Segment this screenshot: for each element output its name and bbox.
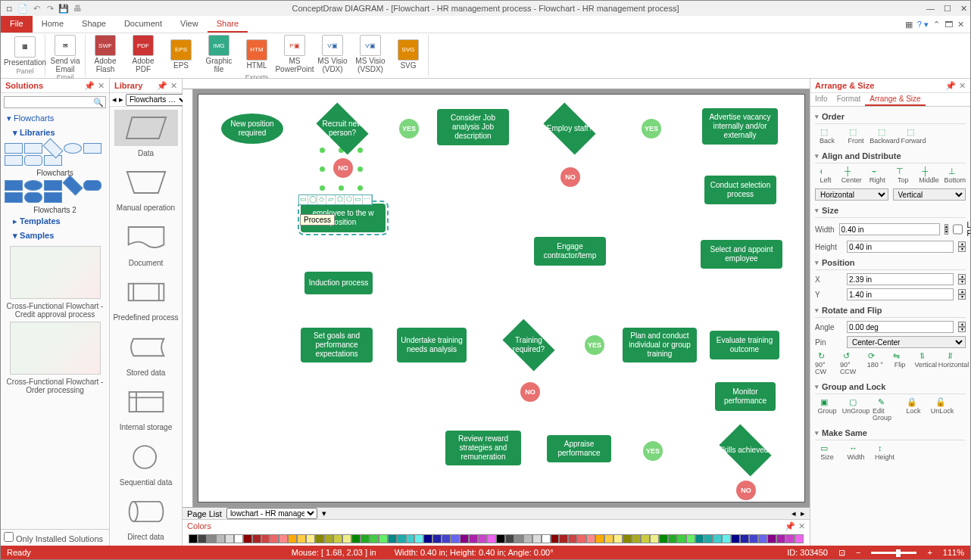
tab-arrange[interactable]: Arrange & Size	[865, 93, 925, 106]
pin-icon[interactable]: 📌	[945, 81, 956, 91]
panel-close-icon[interactable]: ✕	[170, 81, 177, 91]
color-swatch[interactable]	[586, 534, 595, 543]
node-no1[interactable]: NO	[333, 158, 353, 178]
color-swatch[interactable]	[442, 534, 451, 543]
sec-group[interactable]: Group and Lock	[815, 380, 966, 394]
restore-icon[interactable]: 🗖	[944, 20, 953, 29]
color-swatch[interactable]	[333, 534, 342, 543]
color-swatch[interactable]	[216, 534, 225, 543]
only-installed-check[interactable]	[4, 532, 14, 542]
color-swatch[interactable]	[252, 534, 261, 543]
color-swatch[interactable]	[740, 534, 749, 543]
color-swatch[interactable]	[279, 534, 288, 543]
qat-undo-icon[interactable]: ↶	[31, 3, 42, 14]
align-top[interactable]: ⊤Top	[892, 166, 913, 184]
menu-share[interactable]: Share	[208, 16, 248, 33]
tree-templates[interactable]: ▸ Templates	[10, 214, 106, 229]
align-middle[interactable]: ┼Middle	[918, 166, 939, 184]
order-back[interactable]: ⬚Back	[815, 127, 839, 145]
color-swatch[interactable]	[207, 534, 216, 543]
close-doc-icon[interactable]: ✕	[957, 20, 964, 30]
color-swatch[interactable]	[189, 534, 198, 543]
close-icon[interactable]: ✕	[960, 4, 967, 14]
lib-direct-data[interactable]	[114, 494, 178, 530]
qat-save-icon[interactable]: 💾	[58, 3, 69, 14]
color-swatch[interactable]	[496, 534, 505, 543]
group[interactable]: ▣Group	[815, 397, 839, 422]
color-swatch[interactable]	[306, 534, 315, 543]
scroll-right-icon[interactable]: ▸	[801, 509, 805, 518]
unlock[interactable]: 🔓UnLock	[930, 397, 954, 422]
node-n1[interactable]: New position required	[221, 114, 283, 144]
color-swatch[interactable]	[361, 534, 370, 543]
color-swatch[interactable]	[695, 534, 704, 543]
color-swatch[interactable]	[270, 534, 279, 543]
node-no3[interactable]: NO	[520, 382, 540, 402]
align-bottom[interactable]: ⊥Bottom	[944, 166, 966, 184]
order-forward[interactable]: ⬚Forward	[901, 127, 926, 145]
grid-icon[interactable]: ▦	[905, 20, 913, 30]
node-n14[interactable]: Plan and conduct individual or group tra…	[623, 328, 697, 362]
color-swatch[interactable]	[288, 534, 297, 543]
shape-set-2[interactable]	[4, 179, 106, 204]
menu-view[interactable]: View	[171, 16, 208, 33]
sec-order[interactable]: Order	[815, 110, 966, 124]
zoom-out-icon[interactable]: −	[856, 548, 860, 557]
node-n3[interactable]: Consider Job analysis Job description	[437, 109, 509, 145]
node-no4[interactable]: NO	[736, 481, 756, 500]
panel-close-icon[interactable]: ✕	[98, 81, 105, 91]
shape-mini-toolbar[interactable]: ▭◯◇▱⬠⬡▭⋯	[298, 194, 373, 205]
edit-group[interactable]: ✎Edit Group	[873, 397, 897, 422]
maximize-icon[interactable]: ☐	[944, 4, 951, 14]
color-swatch[interactable]	[559, 534, 568, 543]
lib-back-icon[interactable]: ◂	[112, 95, 117, 104]
pin-icon[interactable]: 📌	[157, 81, 167, 91]
node-n9[interactable]: Select and appoint employee	[701, 240, 782, 269]
color-swatch[interactable]	[785, 534, 795, 543]
node-no2[interactable]: NO	[560, 167, 580, 187]
node-n2[interactable]: Recruit new person?	[312, 108, 373, 149]
diagram-canvas[interactable]: New position requiredRecruit new person?…	[198, 94, 805, 502]
zoom-in-icon[interactable]: +	[927, 548, 932, 557]
shape-set-1[interactable]	[4, 142, 106, 166]
zoom-fit-icon[interactable]: ⊡	[838, 548, 845, 558]
color-swatch[interactable]	[297, 534, 306, 543]
angle-input[interactable]	[847, 321, 954, 333]
ungroup[interactable]: ▢UnGroup	[844, 397, 868, 422]
node-n13[interactable]: Training required?	[498, 325, 559, 366]
color-swatch[interactable]	[650, 534, 659, 543]
color-swatch[interactable]	[704, 534, 713, 543]
color-swatch[interactable]	[324, 534, 333, 543]
color-swatch[interactable]	[722, 534, 731, 543]
lib-document[interactable]	[114, 219, 178, 256]
y-input[interactable]	[847, 288, 954, 300]
color-swatch[interactable]	[198, 534, 207, 543]
color-swatch[interactable]	[749, 534, 758, 543]
color-swatch[interactable]	[487, 534, 496, 543]
pin-select[interactable]: Center-Center	[847, 336, 966, 348]
lib-manual-op[interactable]	[114, 165, 178, 201]
align-left[interactable]: ⫞Left	[815, 166, 836, 184]
color-swatch[interactable]	[432, 534, 442, 543]
sec-rotate[interactable]: Rotate and Flip	[815, 303, 966, 318]
ribbon-visio-vsdx[interactable]: V▣MS Visio (VSDX)	[354, 35, 387, 73]
pin-icon[interactable]: 📌	[84, 81, 95, 91]
color-swatch[interactable]	[261, 534, 270, 543]
color-swatch[interactable]	[659, 534, 668, 543]
color-swatch[interactable]	[758, 534, 767, 543]
node-n18[interactable]: Appraise performance	[547, 435, 611, 462]
color-swatch[interactable]	[767, 534, 776, 543]
color-swatch[interactable]	[595, 534, 604, 543]
color-swatch[interactable]	[776, 534, 785, 543]
lib-sequential-data[interactable]	[114, 439, 178, 475]
node-n10[interactable]: Induction process	[304, 272, 373, 294]
color-swatch[interactable]	[632, 534, 641, 543]
color-swatch[interactable]	[514, 534, 523, 543]
color-swatch[interactable]	[379, 534, 388, 543]
sec-align[interactable]: Align and Distribute	[815, 149, 966, 163]
color-swatch[interactable]	[668, 534, 677, 543]
color-swatch[interactable]	[225, 534, 234, 543]
ribbon-eps[interactable]: EPSEPS	[164, 39, 198, 70]
x-input[interactable]	[847, 273, 954, 285]
flip[interactable]: ⇋Flip	[890, 351, 910, 375]
